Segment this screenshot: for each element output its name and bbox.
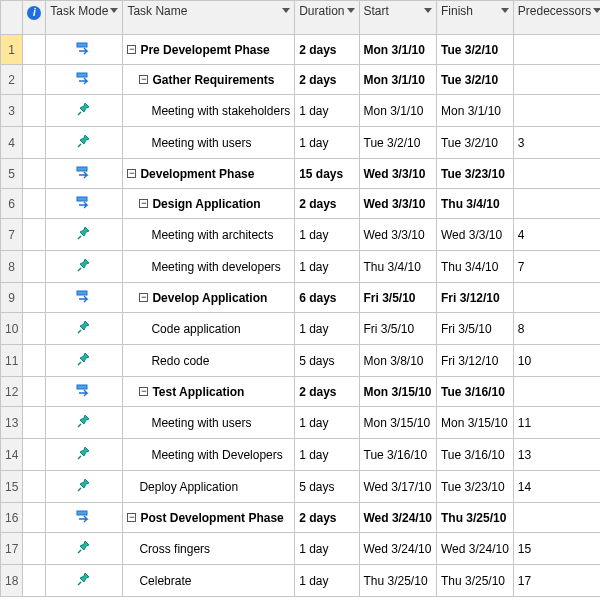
cell-start[interactable]: Wed 3/3/10 — [359, 159, 436, 189]
cell-duration[interactable]: 1 day — [295, 219, 359, 251]
cell-info[interactable] — [23, 283, 46, 313]
cell-info[interactable] — [23, 565, 46, 597]
cell-duration[interactable]: 2 days — [295, 65, 359, 95]
cell-info[interactable] — [23, 533, 46, 565]
cell-predecessors[interactable] — [513, 377, 600, 407]
cell-task-name[interactable]: Cross fingers — [123, 533, 295, 565]
cell-predecessors[interactable]: 14 — [513, 471, 600, 503]
cell-info[interactable] — [23, 407, 46, 439]
dropdown-icon[interactable] — [282, 8, 290, 13]
cell-task-name[interactable]: −Gather Requirements — [123, 65, 295, 95]
cell-task-mode[interactable] — [46, 219, 123, 251]
cell-start[interactable]: Mon 3/1/10 — [359, 95, 436, 127]
row-header[interactable]: 5 — [1, 159, 23, 189]
table-row[interactable]: 3Meeting with stakeholders1 dayMon 3/1/1… — [1, 95, 601, 127]
row-header[interactable]: 17 — [1, 533, 23, 565]
row-header[interactable]: 2 — [1, 65, 23, 95]
cell-predecessors[interactable]: 15 — [513, 533, 600, 565]
table-row[interactable]: 12−Test Application2 daysMon 3/15/10Tue … — [1, 377, 601, 407]
cell-predecessors[interactable] — [513, 95, 600, 127]
cell-duration[interactable]: 1 day — [295, 439, 359, 471]
cell-duration[interactable]: 1 day — [295, 127, 359, 159]
column-header-start[interactable]: Start — [359, 1, 436, 35]
row-header[interactable]: 11 — [1, 345, 23, 377]
cell-task-name[interactable]: Meeting with users — [123, 127, 295, 159]
cell-task-mode[interactable] — [46, 439, 123, 471]
cell-predecessors[interactable] — [513, 35, 600, 65]
cell-start[interactable]: Tue 3/2/10 — [359, 127, 436, 159]
cell-task-name[interactable]: −Design Application — [123, 189, 295, 219]
row-header[interactable]: 1 — [1, 35, 23, 65]
collapse-icon[interactable]: − — [139, 293, 148, 302]
collapse-icon[interactable]: − — [139, 199, 148, 208]
dropdown-icon[interactable] — [110, 8, 118, 13]
cell-start[interactable]: Thu 3/4/10 — [359, 251, 436, 283]
table-row[interactable]: 13Meeting with users1 dayMon 3/15/10Mon … — [1, 407, 601, 439]
cell-finish[interactable]: Wed 3/3/10 — [436, 219, 513, 251]
row-header[interactable]: 18 — [1, 565, 23, 597]
task-grid[interactable]: i Task Mode Task Name Duration Start — [0, 0, 600, 597]
collapse-icon[interactable]: − — [127, 513, 136, 522]
cell-task-mode[interactable] — [46, 377, 123, 407]
cell-finish[interactable]: Thu 3/25/10 — [436, 503, 513, 533]
cell-start[interactable]: Mon 3/15/10 — [359, 407, 436, 439]
collapse-icon[interactable]: − — [127, 45, 136, 54]
cell-finish[interactable]: Mon 3/1/10 — [436, 95, 513, 127]
column-header-info[interactable]: i — [23, 1, 46, 35]
cell-task-name[interactable]: −Pre Developemt Phase — [123, 35, 295, 65]
cell-finish[interactable]: Thu 3/4/10 — [436, 189, 513, 219]
cell-duration[interactable]: 2 days — [295, 35, 359, 65]
cell-duration[interactable]: 15 days — [295, 159, 359, 189]
cell-task-name[interactable]: Meeting with stakeholders — [123, 95, 295, 127]
cell-info[interactable] — [23, 35, 46, 65]
cell-task-mode[interactable] — [46, 533, 123, 565]
cell-info[interactable] — [23, 439, 46, 471]
cell-finish[interactable]: Tue 3/16/10 — [436, 439, 513, 471]
cell-start[interactable]: Thu 3/25/10 — [359, 565, 436, 597]
collapse-icon[interactable]: − — [127, 169, 136, 178]
table-row[interactable]: 8Meeting with developers1 dayThu 3/4/10T… — [1, 251, 601, 283]
cell-finish[interactable]: Tue 3/23/10 — [436, 471, 513, 503]
cell-start[interactable]: Fri 3/5/10 — [359, 283, 436, 313]
cell-info[interactable] — [23, 189, 46, 219]
cell-start[interactable]: Wed 3/3/10 — [359, 189, 436, 219]
row-header[interactable]: 6 — [1, 189, 23, 219]
table-row[interactable]: 4Meeting with users1 dayTue 3/2/10Tue 3/… — [1, 127, 601, 159]
cell-task-name[interactable]: Code application — [123, 313, 295, 345]
row-header[interactable]: 3 — [1, 95, 23, 127]
row-header[interactable]: 12 — [1, 377, 23, 407]
cell-start[interactable]: Wed 3/24/10 — [359, 533, 436, 565]
cell-duration[interactable]: 1 day — [295, 565, 359, 597]
cell-task-mode[interactable] — [46, 345, 123, 377]
cell-task-mode[interactable] — [46, 503, 123, 533]
row-header[interactable]: 7 — [1, 219, 23, 251]
cell-task-mode[interactable] — [46, 159, 123, 189]
cell-start[interactable]: Fri 3/5/10 — [359, 313, 436, 345]
collapse-icon[interactable]: − — [139, 387, 148, 396]
cell-info[interactable] — [23, 65, 46, 95]
cell-predecessors[interactable]: 13 — [513, 439, 600, 471]
cell-predecessors[interactable] — [513, 159, 600, 189]
cell-finish[interactable]: Mon 3/15/10 — [436, 407, 513, 439]
table-row[interactable]: 16−Post Development Phase2 daysWed 3/24/… — [1, 503, 601, 533]
cell-start[interactable]: Mon 3/15/10 — [359, 377, 436, 407]
cell-info[interactable] — [23, 159, 46, 189]
cell-task-name[interactable]: Meeting with architects — [123, 219, 295, 251]
cell-task-mode[interactable] — [46, 65, 123, 95]
row-header[interactable]: 13 — [1, 407, 23, 439]
dropdown-icon[interactable] — [424, 8, 432, 13]
cell-duration[interactable]: 5 days — [295, 345, 359, 377]
dropdown-icon[interactable] — [347, 8, 355, 13]
cell-duration[interactable]: 6 days — [295, 283, 359, 313]
row-header[interactable]: 10 — [1, 313, 23, 345]
table-row[interactable]: 17Cross fingers1 dayWed 3/24/10Wed 3/24/… — [1, 533, 601, 565]
row-header[interactable]: 8 — [1, 251, 23, 283]
cell-finish[interactable]: Tue 3/23/10 — [436, 159, 513, 189]
cell-finish[interactable]: Fri 3/12/10 — [436, 345, 513, 377]
table-row[interactable]: 5−Development Phase15 daysWed 3/3/10Tue … — [1, 159, 601, 189]
column-header-task-name[interactable]: Task Name — [123, 1, 295, 35]
cell-finish[interactable]: Thu 3/25/10 — [436, 565, 513, 597]
table-row[interactable]: 10Code application1 dayFri 3/5/10Fri 3/5… — [1, 313, 601, 345]
cell-predecessors[interactable]: 17 — [513, 565, 600, 597]
cell-info[interactable] — [23, 345, 46, 377]
